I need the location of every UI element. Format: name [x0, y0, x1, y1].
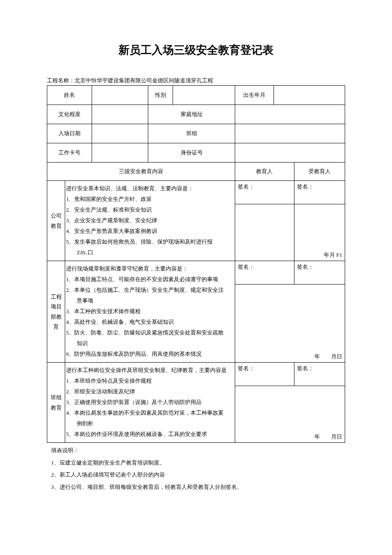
project-label: 工程名称： [47, 77, 75, 84]
team-label: 班组 [148, 124, 235, 143]
id-value[interactable] [235, 143, 345, 163]
edu-value[interactable] [92, 105, 148, 124]
content-header: 三级安全教育内容 [47, 163, 235, 181]
note-1: 1、应建立健全定期的安全生产教育培训制度。 [51, 457, 345, 469]
registration-table: 姓名 性别 出生年月 文化程度 家庭地址 入场日期 班组 工作卡号 身份证号 [47, 85, 345, 443]
birth-value[interactable] [274, 86, 345, 105]
section1-educator-sig[interactable]: 签名： [235, 181, 294, 204]
section3-body: 进行本工种岗位安全操作及班组安全制度、纪律教育，主要内容是 1、本班组作业特点及… [65, 363, 235, 443]
section2-date[interactable]: 年 月日 [235, 285, 345, 363]
section2-body: 进行现场规章制度和遵章守纪教育，主要内容是： 1、本项目施工特点、可能存在的不安… [65, 261, 235, 363]
page-title: 新员工入场三级安全教育登记表 [47, 43, 345, 58]
educator-header: 教育人 [235, 163, 294, 181]
section3-label: 班组教育 [47, 363, 65, 443]
section2-educatee-sig[interactable]: 签名： [294, 261, 345, 285]
section1-label: 公司教育 [47, 181, 65, 261]
notes-block: 填表说明： 1、应建立健全定期的安全生产教育培训制度。 2、新工人入场必须填写登… [47, 445, 345, 493]
section1-date[interactable]: 年月 F1 [294, 204, 345, 261]
section2-label: 工程项目部教育 [47, 261, 65, 363]
note-2: 2、新工人入场必须填写登记表个人部分的内容 [51, 469, 345, 481]
project-line: 工程名称：北京中恒华宇建设集团有限公司金德区间隧道顶穿孔工程 [47, 77, 345, 84]
birth-label: 出生年月 [235, 86, 274, 105]
team-value[interactable] [235, 124, 345, 143]
note-3: 3、进行公司、项目部、班组每级安全教育后，经教育人和受教育人分别签名。 [51, 481, 345, 494]
section3-educatee-sig[interactable]: 签名： [294, 363, 345, 386]
name-value[interactable] [92, 86, 148, 105]
notes-label: 填表说明： [51, 445, 345, 457]
section3-educator-sig[interactable]: 签名： [235, 363, 294, 386]
section1-educatee-sig[interactable]: 签名： [294, 181, 345, 204]
gender-value[interactable] [173, 86, 235, 105]
card-label: 工作卡号 [47, 143, 92, 163]
entry-date-label: 入场日期 [47, 124, 92, 143]
name-label: 姓名 [47, 86, 92, 105]
gender-label: 性别 [148, 86, 173, 105]
section1-body: 进行安全基本知识、法规、法制教育、主要内容是： 1、党和国家的安全生产方针、政策… [65, 181, 235, 261]
addr-label: 家庭地址 [148, 105, 235, 124]
id-label: 身份证号 [148, 143, 235, 163]
card-value[interactable] [92, 143, 148, 163]
project-name: 北京中恒华宇建设集团有限公司金德区间隧道顶穿孔工程 [75, 77, 213, 84]
edu-label: 文化程度 [47, 105, 92, 124]
addr-value[interactable] [235, 105, 345, 124]
educatee-header: 受教育人 [294, 163, 345, 181]
entry-date-value[interactable] [92, 124, 148, 143]
section1-educator-blank[interactable] [235, 204, 294, 261]
section3-date[interactable]: 年 月日 [235, 386, 345, 443]
section2-educator-sig[interactable]: 签名： [235, 261, 294, 285]
